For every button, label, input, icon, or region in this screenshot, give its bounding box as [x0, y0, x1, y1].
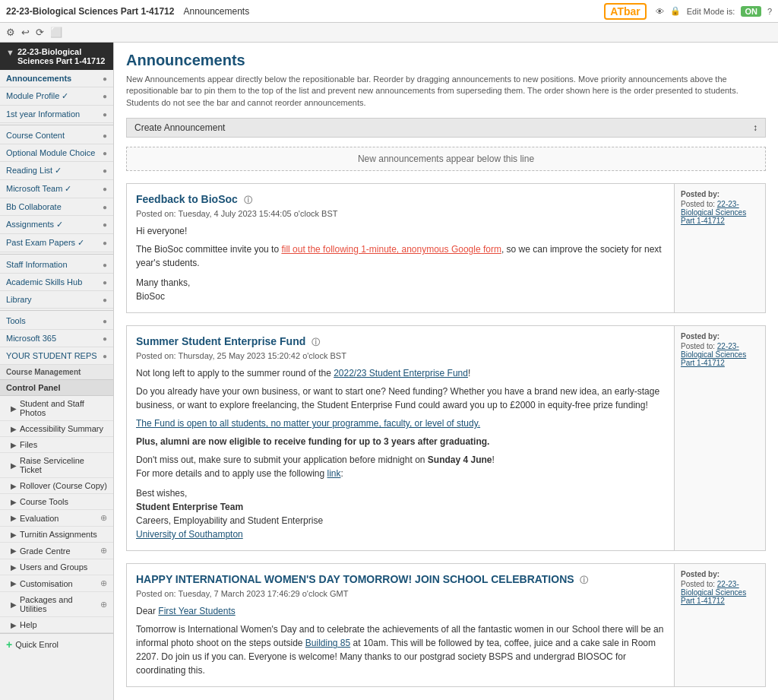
- atbar-logo[interactable]: ATbar: [604, 3, 646, 20]
- settings-icon[interactable]: ⚙: [6, 27, 15, 38]
- announcement-date-iwd: Posted on: Tuesday, 7 March 2023 17:46:2…: [136, 589, 665, 598]
- sidebar-icon-academic-skills: ●: [103, 278, 107, 287]
- announcement-body-biosoc: Feedback to BioSoc ⓘ Posted on: Tuesday,…: [127, 184, 674, 312]
- announcement-text-enterprise: Not long left to apply to the summer rou…: [136, 366, 665, 541]
- sidebar-item-ms-team[interactable]: Microsoft Team ✓ ●: [0, 180, 113, 198]
- sidebar-item-bb-collaborate[interactable]: Bb Collaborate ●: [0, 198, 113, 216]
- sidebar-item-course-content[interactable]: Course Content ●: [0, 127, 113, 144]
- posted-to-link[interactable]: 22-23-Biological Sciences Part 1-41712: [681, 200, 746, 225]
- arrow-icon: ▶: [11, 563, 17, 572]
- sidebar-course-name: 22-23-Biological Sciences Part 1-41712: [17, 47, 107, 65]
- eye-icon[interactable]: 👁: [656, 7, 664, 16]
- arrow-icon: ▶: [11, 404, 17, 413]
- arrow-icon: ▶: [11, 531, 17, 539]
- undo-icon[interactable]: ↩: [21, 27, 30, 38]
- sidebar-divider3: [0, 310, 113, 311]
- layout-icon[interactable]: ⬜: [50, 27, 62, 38]
- ctrl-label-student-staff: Student and Staff Photos: [20, 399, 107, 417]
- sidebar-icon-assignments: ●: [103, 220, 107, 229]
- sidebar-control-customisation[interactable]: ▶ Customisation ⊕: [0, 575, 113, 592]
- posted-to-link2[interactable]: 22-23-Biological Sciences Part 1-41712: [681, 342, 746, 367]
- announcement-title-enterprise[interactable]: Summer Student Enterprise Fund ⓘ: [136, 335, 665, 348]
- announcement-title-biosoc[interactable]: Feedback to BioSoc ⓘ: [136, 193, 665, 206]
- sidebar-item-student-reps[interactable]: YOUR STUDENT REPS ●: [0, 347, 113, 365]
- sidebar-control-evaluation[interactable]: ▶ Evaluation ⊕: [0, 510, 113, 527]
- sidebar-icon-staff-info: ●: [103, 261, 107, 269]
- sidebar-item-assignments[interactable]: Assignments ✓ ●: [0, 216, 113, 234]
- create-announcement-label: Create Announcement: [134, 122, 225, 133]
- sidebar-control-help[interactable]: ▶ Help: [0, 617, 113, 633]
- sidebar-control-grade-centre[interactable]: ▶ Grade Centre ⊕: [0, 543, 113, 559]
- arrow-icon: ▶: [11, 600, 17, 609]
- page-title: Announcements: [126, 52, 766, 69]
- sidebar-label-past-exams: Past Exam Papers ✓: [6, 238, 103, 248]
- main-layout: ▼ 22-23-Biological Sciences Part 1-41712…: [0, 43, 778, 700]
- sidebar-icon-bb-collaborate: ●: [103, 203, 107, 211]
- sidebar-item-staff-info[interactable]: Staff Information ●: [0, 256, 113, 274]
- sidebar-icon-ms365: ●: [103, 334, 107, 343]
- sidebar-label-student-reps: YOUR STUDENT REPS: [6, 351, 103, 360]
- plus-icon-customisation[interactable]: ⊕: [100, 578, 107, 588]
- sidebar-collapse-icon[interactable]: ▼: [6, 48, 14, 57]
- sidebar-item-library[interactable]: Library ●: [0, 291, 113, 309]
- plus-icon-evaluation[interactable]: ⊕: [100, 513, 107, 523]
- ctrl-label-packages: Packages and Utilities: [20, 595, 100, 613]
- sidebar-icon-course-content: ●: [103, 131, 107, 140]
- sidebar-label-assignments: Assignments ✓: [6, 220, 103, 230]
- edit-mode-value[interactable]: ON: [741, 6, 761, 17]
- sidebar-label-bb-collaborate: Bb Collaborate: [6, 202, 103, 211]
- sidebar-item-ms365[interactable]: Microsoft 365 ●: [0, 330, 113, 347]
- ctrl-label-users-groups: Users and Groups: [20, 562, 87, 572]
- ctrl-label-rollover: Rollover (Course Copy): [20, 481, 107, 490]
- sidebar-label-announcements: Announcements: [6, 74, 103, 83]
- announcement-text-iwd: Dear First Year Students Tomorrow is Int…: [136, 604, 665, 677]
- posted-to-label3: Posted to: 22-23-Biological Sciences Par…: [681, 580, 759, 605]
- sidebar-item-reading-list[interactable]: Reading List ✓ ●: [0, 162, 113, 180]
- sidebar-item-tools[interactable]: Tools ●: [0, 312, 113, 330]
- ctrl-label-customisation: Customisation: [20, 579, 73, 588]
- sidebar-control-student-staff-photos[interactable]: ▶ Student and Staff Photos: [0, 396, 113, 421]
- sidebar-item-academic-skills[interactable]: Academic Skills Hub ●: [0, 274, 113, 291]
- sidebar-control-course-tools[interactable]: ▶ Course Tools: [0, 494, 113, 510]
- quick-enrol-button[interactable]: + Quick Enrol: [0, 633, 113, 655]
- create-announcement-bar[interactable]: Create Announcement ↕: [126, 118, 766, 138]
- sidebar-control-raise-ticket[interactable]: ▶ Raise Serviceline Ticket: [0, 453, 113, 478]
- arrow-icon: ▶: [11, 514, 17, 522]
- sidebar-control-packages[interactable]: ▶ Packages and Utilities ⊕: [0, 592, 113, 617]
- plus-icon-grade-centre[interactable]: ⊕: [100, 546, 107, 556]
- sidebar-control-turnitin[interactable]: ▶ Turnitin Assignments: [0, 527, 113, 543]
- sidebar-control-files[interactable]: ▶ Files: [0, 437, 113, 453]
- refresh-icon[interactable]: ⟳: [36, 27, 44, 38]
- sidebar-label-reading-list: Reading List ✓: [6, 166, 103, 176]
- sidebar-item-optional-module[interactable]: Optional Module Choice ●: [0, 144, 113, 162]
- content-area: Announcements New Announcements appear d…: [114, 43, 778, 700]
- sidebar-icon-optional-module: ●: [103, 149, 107, 157]
- announcement-title-iwd[interactable]: HAPPY INTERNATIONAL WOMEN'S DAY TOMORROW…: [136, 573, 665, 586]
- posted-to-link3[interactable]: 22-23-Biological Sciences Part 1-41712: [681, 580, 746, 605]
- lock-icon[interactable]: 🔒: [670, 6, 681, 16]
- sidebar-icon-ms-team: ●: [103, 185, 107, 193]
- plus-icon-packages[interactable]: ⊕: [100, 600, 107, 610]
- sidebar-control-users-groups[interactable]: ▶ Users and Groups: [0, 559, 113, 575]
- sidebar-label-staff-info: Staff Information: [6, 260, 103, 269]
- sidebar-control-rollover[interactable]: ▶ Rollover (Course Copy): [0, 478, 113, 494]
- sidebar-label-ms365: Microsoft 365: [6, 334, 103, 343]
- toolbar2: ⚙ ↩ ⟳ ⬜: [0, 23, 778, 43]
- announcement-sidebar-iwd: Posted by: Posted to: 22-23-Biological S…: [674, 564, 765, 686]
- sidebar-divider2: [0, 254, 113, 255]
- announcement-card-biosoc: Feedback to BioSoc ⓘ Posted on: Tuesday,…: [126, 183, 766, 313]
- quick-enrol-label: Quick Enrol: [15, 640, 59, 649]
- ctrl-label-help: Help: [20, 620, 37, 629]
- posted-to-label: Posted to: 22-23-Biological Sciences Par…: [681, 200, 759, 225]
- edit-mode-label: Edit Mode is:: [687, 7, 735, 16]
- arrow-icon: ▶: [11, 482, 17, 490]
- announcement-sidebar-enterprise: Posted by: Posted to: 22-23-Biological S…: [674, 326, 765, 550]
- sidebar-control-accessibility[interactable]: ▶ Accessibility Summary: [0, 421, 113, 437]
- help-icon[interactable]: ?: [767, 7, 772, 16]
- sidebar-course-header[interactable]: ▼ 22-23-Biological Sciences Part 1-41712: [0, 43, 113, 70]
- sidebar-item-announcements[interactable]: Announcements ●: [0, 70, 113, 87]
- sidebar-item-past-exams[interactable]: Past Exam Papers ✓ ●: [0, 234, 113, 252]
- sidebar-item-1st-year[interactable]: 1st year Information ●: [0, 106, 113, 123]
- announcement-body-enterprise: Summer Student Enterprise Fund ⓘ Posted …: [127, 326, 674, 550]
- sidebar-item-module-profile[interactable]: Module Profile ✓ ●: [0, 87, 113, 106]
